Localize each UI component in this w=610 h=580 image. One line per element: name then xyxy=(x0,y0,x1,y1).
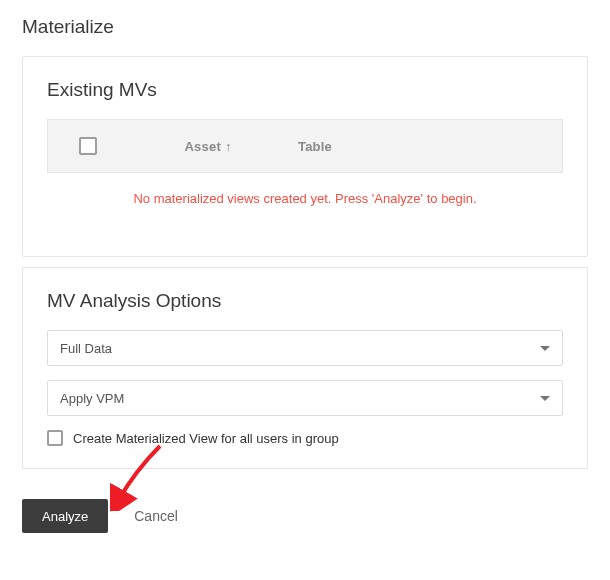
all-users-checkbox[interactable] xyxy=(47,430,63,446)
header-asset-label: Asset xyxy=(185,139,221,154)
options-title: MV Analysis Options xyxy=(47,290,563,312)
vpm-select[interactable]: Apply VPM xyxy=(47,380,563,416)
header-table-cell[interactable]: Table xyxy=(298,139,552,154)
chevron-down-icon xyxy=(540,396,550,401)
dialog-title: Materialize xyxy=(0,16,610,56)
sort-asc-icon: ↑ xyxy=(225,139,232,154)
all-users-label: Create Materialized View for all users i… xyxy=(73,431,339,446)
existing-mvs-card: Existing MVs Asset ↑ Table No materializ… xyxy=(22,56,588,257)
existing-mvs-title: Existing MVs xyxy=(47,79,563,101)
analyze-button[interactable]: Analyze xyxy=(22,499,108,533)
chevron-down-icon xyxy=(540,346,550,351)
cancel-button[interactable]: Cancel xyxy=(134,508,178,524)
vpm-value: Apply VPM xyxy=(60,391,124,406)
empty-state-message: No materialized views created yet. Press… xyxy=(47,173,563,234)
data-scope-select[interactable]: Full Data xyxy=(47,330,563,366)
header-asset-cell[interactable]: Asset ↑ xyxy=(118,139,298,154)
select-all-checkbox[interactable] xyxy=(79,137,97,155)
dialog-actions: Analyze Cancel xyxy=(0,479,610,533)
header-checkbox-cell xyxy=(58,137,118,155)
materialize-dialog: Materialize Existing MVs Asset ↑ Table N… xyxy=(0,0,610,533)
header-table-label: Table xyxy=(298,139,332,154)
data-scope-value: Full Data xyxy=(60,341,112,356)
existing-mvs-table-header: Asset ↑ Table xyxy=(47,119,563,173)
mv-analysis-options-card: MV Analysis Options Full Data Apply VPM … xyxy=(22,267,588,469)
all-users-option-row: Create Materialized View for all users i… xyxy=(47,430,563,446)
